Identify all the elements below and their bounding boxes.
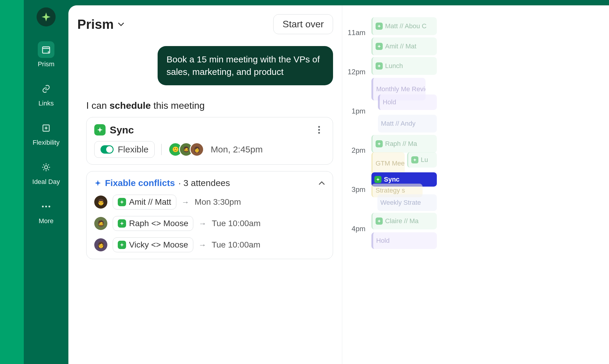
sparkle-icon [118,198,126,206]
conflict-row: 🧔 Raph <> Moose → Tue 10:00am [94,216,325,231]
svg-point-3 [42,206,44,207]
nav-label: More [39,217,54,225]
sparkle-icon [376,43,383,50]
calendar-column[interactable]: 11am 12pm 1pm 2pm 3pm 4pm Matt // Abou C… [342,5,437,364]
ellipsis-icon [41,205,51,208]
vertical-ellipsis-icon [318,126,320,134]
svg-point-6 [318,126,320,128]
workspace-title: Prism [77,17,114,32]
svg-point-7 [318,129,320,131]
calendar-event[interactable]: Hold [371,232,437,249]
arrow-right-icon: → [182,198,189,207]
arrow-right-icon: → [199,240,206,250]
avatar: 👩 [190,142,204,157]
flex-icon [41,123,51,133]
calendar-event[interactable]: Claire // Ma [371,213,437,229]
sparkle-icon [118,241,126,249]
attendee-avatars[interactable]: 🙂 🧔 👩 [168,142,204,157]
calendar-event[interactable]: Weekly Strate [377,194,437,211]
sparkle-icon [374,176,382,183]
sparkle-icon [376,23,383,30]
sparkle-icon [94,179,101,187]
meeting-chip[interactable]: Amit // Matt [113,195,176,209]
chevron-down-icon [118,22,124,26]
hour-label: 2pm [342,146,368,155]
calendar-event[interactable]: GTM Meeting [371,152,405,175]
logo-sparkle-icon [41,12,51,22]
calendar-event[interactable]: Hold [378,94,437,110]
calendar-event[interactable]: Lu [407,152,437,168]
meeting-chip[interactable]: Vicky <> Moose [113,237,193,252]
link-icon [41,84,51,94]
nav-ideal-day[interactable]: Ideal Day [32,159,60,186]
start-over-button[interactable]: Start over [273,14,333,34]
sparkle-icon [411,156,418,163]
sparkle-icon [376,218,383,225]
calendar-event[interactable]: Amit // Mat [371,37,437,55]
calendar-event[interactable]: Lunch [371,57,437,75]
nav-links[interactable]: Links [38,81,54,107]
flexible-toggle[interactable]: Flexible [94,141,155,158]
nav-more[interactable]: More [38,198,54,225]
svg-point-2 [45,166,48,169]
hour-label: 3pm [342,185,368,194]
app-logo[interactable] [37,7,56,26]
calendar-event[interactable]: Raph // Ma [371,135,437,153]
chevron-up-icon [318,181,325,185]
chat-column: Prism Start over Book a 15 min meeting w… [68,5,342,364]
sidebar: Prism Links Flexibility Ideal Day More [24,0,68,364]
hour-label: 4pm [342,225,368,233]
sparkle-icon [376,140,383,147]
nav-label: Prism [38,60,54,68]
nav-label: Flexibility [33,139,59,146]
calendar-event[interactable]: Matt // Abou C [371,17,437,35]
svg-point-4 [45,206,47,207]
main-panel: Prism Start over Book a 15 min meeting w… [68,5,609,364]
nav-label: Ideal Day [32,178,60,186]
calendar-sparkle-icon [41,45,51,54]
avatar: 🧔 [94,217,107,230]
new-time: Tue 10:00am [212,219,260,228]
user-message: Book a 15 min meeting with the VPs of sa… [158,46,333,85]
new-time: Mon 3:30pm [195,197,241,207]
conflicts-card: Fixable conflicts · 3 attendees 👨 Amit /… [86,171,333,259]
nav-prism[interactable]: Prism [38,41,54,68]
conflicts-toggle[interactable]: Fixable conflicts · 3 attendees [94,178,325,188]
hour-label: 1pm [342,107,368,115]
hour-label: 12pm [342,68,368,76]
svg-point-8 [318,132,320,134]
arrow-right-icon: → [199,219,206,228]
svg-point-5 [48,206,50,207]
sync-card: Sync Flexible 🙂 [86,117,333,165]
card-menu-button[interactable] [313,124,325,136]
calendar-event[interactable]: Matt // Andy [378,115,437,133]
sparkle-icon [118,219,126,228]
new-time: Tue 10:00am [212,240,260,250]
sync-title: Sync [94,124,134,136]
nav-flexibility[interactable]: Flexibility [33,120,59,146]
nav-label: Links [38,100,54,107]
conflict-row: 👨 Amit // Matt → Mon 3:30pm [94,195,325,209]
workspace-selector[interactable]: Prism [77,17,124,32]
meeting-chip[interactable]: Raph <> Moose [113,216,193,231]
avatar: 👩 [94,238,107,251]
sparkle-icon [94,124,106,135]
meeting-datetime: Mon, 2:45pm [211,144,263,155]
sun-icon [41,163,51,172]
hour-label: 11am [342,29,368,37]
assistant-response: I can schedule this meeting [86,100,333,111]
divider [161,144,162,155]
toggle-switch-on[interactable] [101,145,114,154]
conflict-row: 👩 Vicky <> Moose → Tue 10:00am [94,237,325,252]
avatar: 👨 [94,196,107,209]
sparkle-icon [376,62,383,70]
